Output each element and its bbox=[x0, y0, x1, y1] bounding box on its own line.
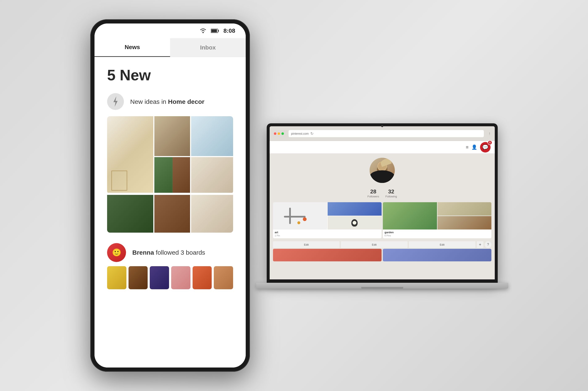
board-card-art[interactable]: art 1 Pin bbox=[273, 202, 382, 238]
profile-stats: 28 Followers 32 Following bbox=[367, 188, 397, 198]
board-card-garden[interactable]: garden 6 Pins bbox=[383, 202, 491, 238]
grid-image-cart bbox=[107, 116, 153, 193]
phone-status-bar: 8:08 bbox=[95, 23, 246, 38]
board-thumb-5[interactable] bbox=[193, 266, 212, 289]
avatar-body bbox=[370, 171, 395, 183]
phone-news-feed: 5 New New ideas in Home decor bbox=[95, 57, 246, 300]
scene: 8:08 News Inbox 5 New bbox=[0, 0, 588, 391]
board-art-images bbox=[273, 202, 382, 229]
bottom-boards bbox=[270, 249, 495, 261]
laptop-screen: pinterest.com ↻ ↑ ≡ 👤 💬 bbox=[270, 126, 495, 279]
edit-board-art-button[interactable]: Edit bbox=[273, 241, 340, 248]
close-dot[interactable] bbox=[274, 132, 276, 135]
board-garden-img-1 bbox=[383, 202, 437, 229]
phone-body: 8:08 News Inbox 5 New bbox=[90, 19, 250, 372]
edit-board-garden-button[interactable]: Edit bbox=[341, 241, 407, 248]
news-ideas-item[interactable]: New ideas in Home decor bbox=[107, 93, 233, 110]
edit-board-extra-button[interactable]: Edit bbox=[409, 241, 475, 248]
laptop-base bbox=[256, 283, 508, 289]
laptop-device: pinterest.com ↻ ↑ ≡ 👤 💬 bbox=[267, 123, 498, 289]
followers-stat: 28 Followers bbox=[367, 188, 379, 198]
svg-point-0 bbox=[202, 32, 204, 33]
following-label: Following bbox=[385, 195, 397, 198]
grid-image-chair bbox=[191, 116, 233, 156]
ideas-icon-circle bbox=[107, 93, 124, 110]
board-edit-row: Edit Edit Edit + ? bbox=[270, 240, 495, 249]
minimize-dot[interactable] bbox=[278, 132, 280, 135]
following-stat: 32 Following bbox=[385, 188, 397, 198]
grid-image-trellis bbox=[107, 195, 153, 233]
followers-count: 28 bbox=[367, 188, 379, 195]
grid-sub-1 bbox=[154, 157, 172, 193]
ideas-text: New ideas in Home decor bbox=[130, 98, 204, 106]
refresh-icon[interactable]: ↻ bbox=[310, 131, 313, 136]
profile-avatar[interactable] bbox=[370, 158, 395, 183]
follow-avatar: 🙂 bbox=[107, 243, 126, 262]
home-decor-grid-row2 bbox=[107, 195, 233, 233]
board-grid: art 1 Pin garden bbox=[270, 200, 495, 240]
followers-label: Followers bbox=[367, 195, 379, 198]
avatar-figure bbox=[370, 158, 395, 183]
laptop-body: pinterest.com ↻ ↑ ≡ 👤 💬 bbox=[267, 123, 498, 283]
board-thumb-6[interactable] bbox=[214, 266, 233, 289]
nav-right-group: ≡ 👤 💬 5 bbox=[466, 142, 491, 153]
phone-screen: 8:08 News Inbox 5 New bbox=[95, 23, 246, 368]
following-count: 32 bbox=[385, 188, 397, 195]
profile-section: 28 Followers 32 Following bbox=[270, 154, 495, 200]
message-button-wrap: 💬 5 bbox=[480, 142, 491, 153]
grid-image-dresser bbox=[191, 195, 233, 233]
board-thumb-1[interactable] bbox=[107, 266, 127, 289]
phone-tabs: News Inbox bbox=[95, 38, 246, 57]
browser-chrome: pinterest.com ↻ ↑ bbox=[270, 126, 495, 141]
url-text: pinterest.com bbox=[291, 132, 309, 135]
board-garden-img-3 bbox=[438, 216, 492, 229]
board-thumb-3[interactable] bbox=[150, 266, 169, 289]
wifi-icon bbox=[199, 28, 207, 34]
share-icon[interactable]: ↑ bbox=[488, 131, 491, 136]
board-art-img-2 bbox=[328, 202, 382, 216]
board-garden-img-2 bbox=[438, 202, 492, 216]
bottom-board-2[interactable] bbox=[383, 249, 491, 261]
hamburger-menu-icon[interactable]: ≡ bbox=[466, 145, 468, 150]
browser-actions: ↑ bbox=[488, 131, 491, 136]
board-art-img-1 bbox=[273, 202, 327, 229]
svg-rect-3 bbox=[211, 29, 217, 32]
board-thumb-2[interactable] bbox=[129, 266, 148, 289]
grid-image-chairs bbox=[154, 195, 190, 233]
grid-image-plants bbox=[154, 157, 190, 193]
board-strip bbox=[107, 266, 233, 289]
svg-rect-2 bbox=[218, 30, 219, 32]
grid-sub-2 bbox=[173, 157, 190, 193]
lightning-icon bbox=[112, 96, 119, 107]
grid-image-bathroom bbox=[191, 157, 233, 193]
battery-icon bbox=[211, 28, 219, 33]
bottom-board-1[interactable] bbox=[273, 249, 382, 261]
pinterest-content: 28 Followers 32 Following bbox=[270, 154, 495, 279]
browser-traffic-lights bbox=[274, 132, 284, 135]
board-art-img-3 bbox=[328, 216, 382, 229]
help-button[interactable]: ? bbox=[485, 241, 491, 248]
follow-section[interactable]: 🙂 Brenna followed 3 boards bbox=[107, 243, 233, 262]
board-thumb-4[interactable] bbox=[171, 266, 190, 289]
board-art-label: art 1 Pin bbox=[273, 229, 382, 238]
news-count-heading: 5 New bbox=[107, 68, 233, 83]
grid-image-curtain bbox=[154, 116, 190, 156]
browser-url-bar[interactable]: pinterest.com ↻ bbox=[289, 130, 484, 137]
user-profile-icon[interactable]: 👤 bbox=[471, 145, 477, 150]
status-time: 8:08 bbox=[223, 27, 235, 34]
pinterest-nav: ≡ 👤 💬 5 bbox=[270, 141, 495, 154]
laptop-camera bbox=[381, 125, 383, 127]
board-garden-images bbox=[383, 202, 491, 229]
svg-marker-4 bbox=[113, 96, 118, 107]
tab-news[interactable]: News bbox=[95, 38, 170, 57]
board-garden-label: garden 6 Pins bbox=[383, 229, 491, 238]
follow-text: Brenna followed 3 boards bbox=[132, 249, 205, 256]
add-board-button[interactable]: + bbox=[477, 241, 483, 248]
maximize-dot[interactable] bbox=[282, 132, 284, 135]
phone-device: 8:08 News Inbox 5 New bbox=[90, 19, 250, 372]
phone-content: News Inbox 5 New bbox=[95, 38, 246, 368]
home-decor-grid[interactable] bbox=[107, 116, 233, 194]
tab-inbox[interactable]: Inbox bbox=[170, 38, 246, 57]
chat-icon: 💬 bbox=[482, 144, 488, 150]
message-badge: 5 bbox=[488, 140, 492, 145]
